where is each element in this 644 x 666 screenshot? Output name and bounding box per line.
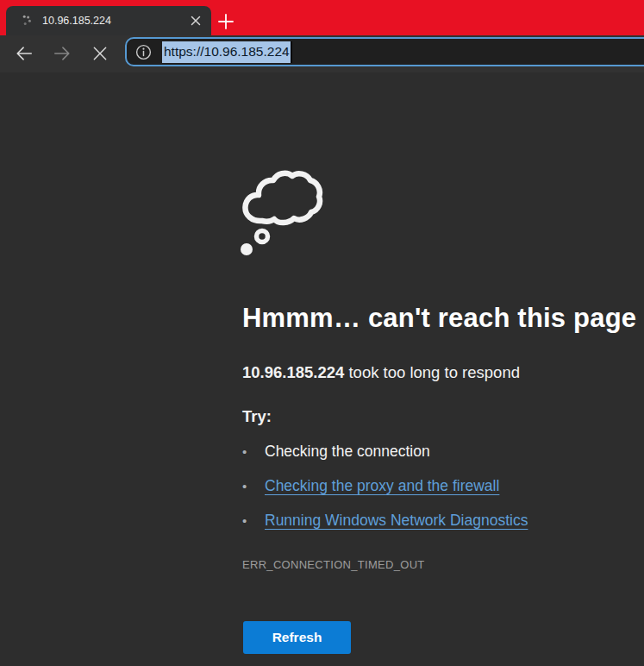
back-button[interactable] (14, 43, 34, 64)
bullet-icon: • (242, 444, 265, 459)
browser-tab[interactable]: 10.96.185.224 (6, 6, 211, 35)
bullet-icon: • (242, 513, 265, 528)
address-bar[interactable]: https://10.96.185.224 (125, 37, 644, 66)
tab-strip: 10.96.185.224 (0, 0, 644, 35)
list-item: • Checking the connection (242, 443, 528, 462)
info-icon (134, 43, 153, 61)
url-selected-text: https://10.96.185.224 (162, 41, 292, 63)
tab-close-button[interactable] (187, 12, 204, 29)
browser-toolbar: https://10.96.185.224 (0, 35, 644, 72)
loading-spinner-icon (18, 13, 34, 28)
try-label: Try: (242, 407, 272, 426)
list-item: • Checking the proxy and the firewall (242, 477, 528, 497)
list-item: • Running Windows Network Diagnostics (242, 512, 528, 531)
url-input[interactable]: https://10.96.185.224 (162, 41, 292, 63)
network-diagnostics-link[interactable]: Running Windows Network Diagnostics (265, 512, 528, 530)
page-content: Hmmm… can't reach this page 10.96.185.22… (0, 72, 644, 666)
proxy-firewall-link[interactable]: Checking the proxy and the firewall (265, 477, 499, 495)
forward-button[interactable] (52, 43, 72, 64)
tab-title: 10.96.185.224 (42, 15, 187, 27)
arrow-right-icon (53, 44, 72, 63)
new-tab-button[interactable] (215, 10, 237, 33)
suggestion-text: Checking the connection (265, 443, 430, 461)
close-icon (191, 16, 201, 26)
refresh-button[interactable]: Refresh (243, 621, 351, 654)
error-message-rest: took too long to respond (344, 363, 520, 381)
arrow-left-icon (15, 44, 34, 63)
error-title: Hmmm… can't reach this page (242, 303, 639, 334)
error-message: 10.96.185.224 took too long to respond (242, 363, 520, 382)
suggestion-list: • Checking the connection • Checking the… (242, 443, 528, 546)
x-icon (91, 45, 109, 62)
plus-icon (217, 13, 234, 30)
bullet-icon: • (242, 479, 265, 493)
stop-button[interactable] (90, 43, 110, 64)
error-host: 10.96.185.224 (242, 363, 344, 381)
thought-bubble-icon (236, 167, 326, 257)
error-code: ERR_CONNECTION_TIMED_OUT (242, 558, 425, 571)
site-info-button[interactable] (134, 43, 153, 61)
